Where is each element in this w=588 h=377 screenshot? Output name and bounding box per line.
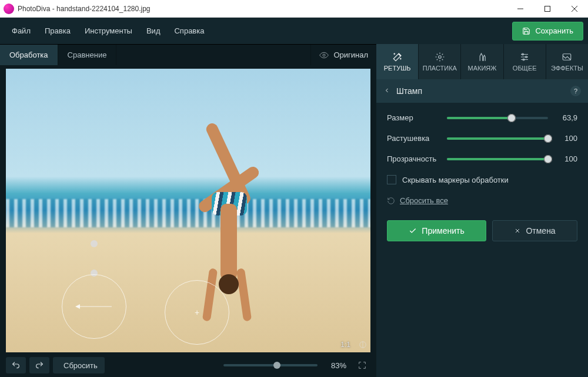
effects-icon	[562, 52, 572, 62]
fullscreen-icon	[358, 361, 367, 370]
svg-point-1	[323, 54, 325, 56]
slider-feather: Растушевка 100	[387, 134, 577, 143]
reset-button[interactable]: Сбросить	[53, 357, 105, 373]
panel-title: Штамп	[396, 86, 422, 96]
reset-all-label: Сбросить все	[400, 196, 448, 205]
tab-retouch[interactable]: РЕТУШЬ	[376, 44, 418, 79]
slider-opacity-label: Прозрачность	[387, 154, 441, 163]
undo-icon	[11, 361, 21, 370]
clone-target-marker[interactable]	[165, 280, 229, 345]
redo-button[interactable]	[29, 357, 49, 373]
slider-size: Размер 63,9	[387, 113, 577, 122]
tab-processing[interactable]: Обработка	[0, 45, 58, 65]
mode-toolbar: Обработка Сравнение Оригинал	[0, 44, 376, 65]
save-button-label: Сохранить	[535, 26, 573, 35]
svg-point-3	[439, 56, 442, 59]
eye-icon	[319, 51, 329, 60]
cancel-label: Отмена	[526, 226, 555, 235]
zoom-slider[interactable]	[223, 364, 318, 366]
close-icon	[514, 227, 521, 234]
slider-size-value: 63,9	[554, 113, 577, 122]
menu-edit[interactable]: Правка	[38, 22, 78, 40]
menu-tools[interactable]: Инструменты	[78, 22, 139, 40]
sliders-icon	[519, 52, 530, 62]
hide-markers-checkbox[interactable]: Скрывать маркеры обработки	[387, 175, 577, 184]
reset-all-link[interactable]: Сбросить все	[387, 196, 577, 205]
tab-compare[interactable]: Сравнение	[58, 45, 117, 65]
undo-button[interactable]	[6, 357, 26, 373]
slider-feather-label: Растушевка	[387, 134, 441, 143]
menu-help[interactable]: Справка	[167, 22, 211, 40]
apply-button[interactable]: Применить	[387, 220, 486, 241]
slider-opacity: Прозрачность 100	[387, 154, 577, 163]
menu-file[interactable]: Файл	[5, 22, 38, 40]
window-titlebar: PhotoDiva - handstand-2224104_1280.jpg	[0, 0, 588, 18]
slider-opacity-thumb[interactable]	[544, 155, 552, 163]
cancel-button[interactable]: Отмена	[492, 220, 577, 241]
panel-back-button[interactable]	[383, 86, 390, 96]
wand-icon	[392, 52, 403, 62]
app-logo-icon	[4, 4, 14, 14]
clone-source-marker[interactable]	[62, 274, 126, 339]
slider-feather-track[interactable]	[447, 137, 548, 140]
tab-effects-label: ЭФФЕКТЫ	[551, 65, 583, 72]
chevron-left-icon	[383, 87, 390, 94]
redo-icon	[35, 361, 44, 370]
tab-plastic[interactable]: ПЛАСТИКА	[418, 44, 460, 79]
checkbox-icon	[387, 175, 396, 184]
zoom-value: 83%	[327, 361, 350, 370]
menubar: Файл Правка Инструменты Вид Справка Сохр…	[0, 18, 588, 44]
reset-label: Сбросить	[64, 361, 98, 370]
window-minimize-button[interactable]	[507, 0, 534, 18]
tab-general[interactable]: ОБЩЕЕ	[503, 44, 546, 79]
canvas-bottom-bar: Сбросить 83%	[0, 354, 376, 377]
ratio-1-1-button[interactable]: 1:1	[340, 341, 350, 349]
tab-plastic-label: ПЛАСТИКА	[423, 65, 457, 72]
before-after-icon	[359, 341, 367, 349]
slider-opacity-track[interactable]	[447, 158, 548, 160]
panel-header: Штамп ?	[376, 79, 588, 103]
tab-retouch-label: РЕТУШЬ	[384, 65, 411, 72]
check-icon	[409, 227, 417, 235]
tool-category-tabs: РЕТУШЬ ПЛАСТИКА МАКИЯЖ ОБЩЕЕ ЭФФЕКТЫ	[376, 44, 588, 79]
save-button[interactable]: Сохранить	[512, 22, 583, 41]
window-title: PhotoDiva - handstand-2224104_1280.jpg	[18, 5, 151, 13]
show-original-label: Оригинал	[333, 51, 368, 59]
save-icon	[522, 27, 530, 35]
hide-markers-label: Скрывать маркеры обработки	[402, 176, 509, 184]
before-after-toggle[interactable]	[359, 341, 367, 349]
panel-help-button[interactable]: ?	[570, 86, 581, 96]
slider-size-thumb[interactable]	[507, 114, 516, 122]
zoom-slider-thumb[interactable]	[273, 362, 280, 369]
clone-handle-icon[interactable]	[91, 240, 98, 247]
window-close-button[interactable]	[561, 0, 588, 18]
fit-screen-button[interactable]	[354, 357, 370, 373]
apply-label: Применить	[422, 226, 464, 235]
reset-icon	[387, 197, 395, 205]
slider-size-label: Размер	[387, 113, 441, 122]
menu-view[interactable]: Вид	[139, 22, 168, 40]
tab-effects[interactable]: ЭФФЕКТЫ	[546, 44, 588, 79]
slider-feather-thumb[interactable]	[544, 134, 552, 143]
tab-makeup[interactable]: МАКИЯЖ	[460, 44, 503, 79]
makeup-icon	[477, 52, 487, 62]
slider-size-track[interactable]	[447, 117, 548, 119]
image-canvas[interactable]: 1:1	[6, 69, 370, 352]
tab-makeup-label: МАКИЯЖ	[468, 65, 497, 72]
liquify-icon	[435, 52, 445, 62]
show-original-button[interactable]: Оригинал	[310, 45, 376, 65]
svg-rect-0	[545, 6, 550, 11]
slider-feather-value: 100	[554, 134, 577, 143]
tab-general-label: ОБЩЕЕ	[513, 65, 537, 72]
slider-opacity-value: 100	[554, 154, 577, 163]
ratio-label: 1:1	[340, 341, 350, 349]
window-maximize-button[interactable]	[534, 0, 561, 18]
